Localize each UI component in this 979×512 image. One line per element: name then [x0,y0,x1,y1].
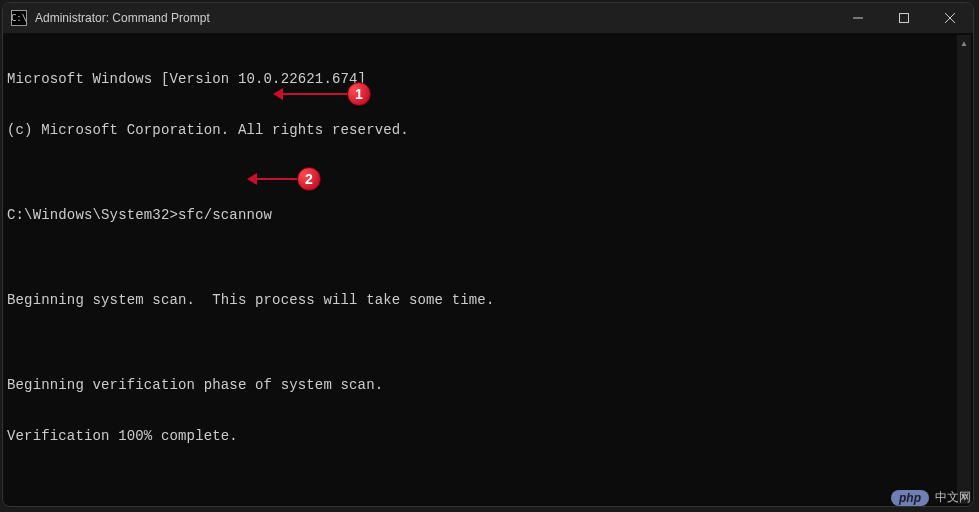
output-line: (c) Microsoft Corporation. All rights re… [7,122,969,139]
output-line: Beginning system scan. This process will… [7,292,969,309]
prompt-command-line: C:\Windows\System32>sfc/scannow [7,207,969,224]
php-logo: php [891,490,929,506]
vertical-scrollbar[interactable]: ▲ ▼ [957,35,971,504]
annotation-badge-2: 2 [297,167,321,191]
command-prompt-window: C:\ Administrator: Command Prompt Micros… [2,2,974,507]
output-line: Beginning verification phase of system s… [7,377,969,394]
arrow-icon [255,178,297,180]
close-button[interactable] [927,3,973,33]
maximize-button[interactable] [881,3,927,33]
watermark-text: 中文网 [935,489,971,506]
arrow-icon [281,93,347,95]
minimize-button[interactable] [835,3,881,33]
titlebar[interactable]: C:\ Administrator: Command Prompt [3,3,973,33]
svg-rect-1 [900,14,909,23]
terminal-output[interactable]: Microsoft Windows [Version 10.0.22621.67… [3,33,973,507]
output-line: Microsoft Windows [Version 10.0.22621.67… [7,71,969,88]
annotation-arrow-2: 2 [255,167,321,191]
window-title: Administrator: Command Prompt [35,11,835,25]
scroll-up-icon[interactable]: ▲ [957,35,971,51]
output-line: Verification 100% complete. [7,428,969,445]
watermark: php 中文网 [891,489,971,506]
cmd-icon: C:\ [11,10,27,26]
window-controls [835,3,973,33]
